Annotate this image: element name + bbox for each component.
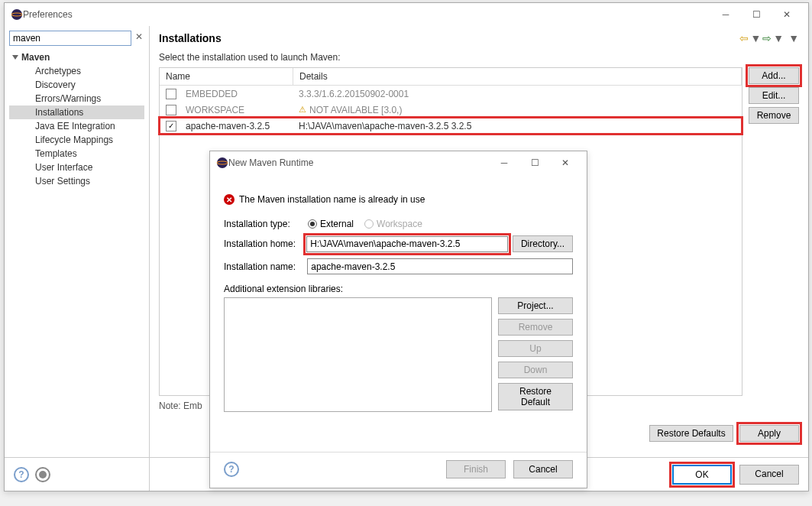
error-message: ✕ The Maven installation name is already… [224,194,573,205]
forward-icon[interactable]: ⇨ [762,32,772,44]
tree-item-templates[interactable]: Templates [9,147,144,161]
tree-item-installations[interactable]: Installations [9,105,144,119]
view-menu-icon[interactable]: ▼ [788,32,799,44]
minimize-button[interactable]: ─ [710,4,741,25]
sidebar: ✕ Maven Archetypes Discovery Errors/Warn… [5,26,150,491]
table-row[interactable]: ✓ apache-maven-3.2.5 H:\JAVA\maven\apach… [160,118,742,134]
tree-item-java-ee[interactable]: Java EE Integration [9,119,144,133]
titlebar: Preferences ─ ☐ ✕ [5,3,808,26]
clear-filter-icon[interactable]: ✕ [133,31,144,45]
finish-button: Finish [446,460,506,478]
name-label: Installation name: [224,261,307,272]
tree-root-maven[interactable]: Maven [9,50,144,64]
project-button[interactable]: Project... [498,297,573,314]
dialog-close-button[interactable]: ✕ [550,152,581,174]
filter-input[interactable] [9,31,131,46]
svg-point-2 [217,157,228,168]
tree-item-errors-warnings[interactable]: Errors/Warnings [9,92,144,105]
directory-button[interactable]: Directory... [513,235,573,252]
import-export-icon[interactable] [35,467,50,482]
apply-button[interactable]: Apply [739,425,799,442]
home-input[interactable] [306,236,508,252]
help-icon[interactable]: ? [14,467,29,482]
back-icon[interactable]: ⇦ [739,32,749,44]
type-label: Installation type: [224,219,308,229]
back-menu-icon[interactable]: ▼ [750,32,761,44]
col-details[interactable]: Details [293,68,742,85]
tree-item-lifecycle[interactable]: Lifecycle Mappings [9,133,144,147]
close-button[interactable]: ✕ [772,4,802,25]
dialog-maximize-button[interactable]: ☐ [519,152,550,174]
nav-history: ⇦ ▼ ⇨ ▼ ▼ [739,32,799,44]
error-icon: ✕ [224,194,235,205]
warning-icon: ⚠ [299,105,306,115]
restore-default-button[interactable]: Restore Default [498,383,573,410]
tree-item-user-interface[interactable]: User Interface [9,161,144,174]
dialog-minimize-button[interactable]: ─ [489,152,519,174]
new-runtime-dialog: New Maven Runtime ─ ☐ ✕ ✕ The Maven inst… [209,151,587,488]
up-button: Up [498,340,573,357]
tree-item-user-settings[interactable]: User Settings [9,174,144,188]
eclipse-icon [216,157,228,169]
dialog-titlebar: New Maven Runtime ─ ☐ ✕ [210,151,587,174]
dialog-help-icon[interactable]: ? [224,462,239,477]
tree-item-discovery[interactable]: Discovery [9,78,144,92]
page-title: Installations [159,32,222,44]
tree-item-archetypes[interactable]: Archetypes [9,64,144,78]
forward-menu-icon[interactable]: ▼ [773,32,784,44]
table-row[interactable]: EMBEDDED 3.3.3/1.6.2.20150902-0001 [160,86,742,102]
cancel-button[interactable]: Cancel [739,465,799,485]
eclipse-icon [11,8,23,21]
radio-external[interactable] [308,219,317,229]
dialog-title: New Maven Runtime [228,157,489,168]
name-input[interactable] [307,258,573,274]
home-label: Installation home: [224,238,306,249]
row-checkbox[interactable]: ✓ [166,121,176,131]
window-title: Preferences [23,9,710,20]
row-checkbox[interactable] [166,89,176,99]
libraries-list[interactable] [224,297,492,412]
maximize-button[interactable]: ☐ [741,4,772,25]
down-button: Down [498,362,573,378]
instruction-text: Select the installation used to launch M… [159,52,799,63]
preference-tree: Maven Archetypes Discovery Errors/Warnin… [9,49,144,190]
lib-remove-button: Remove [498,319,573,336]
ok-button[interactable]: OK [672,465,732,485]
table-row[interactable]: WORKSPACE ⚠NOT AVAILABLE [3.0,) [160,102,742,118]
libs-label: Additional extension libraries: [224,284,573,294]
radio-workspace [364,219,374,229]
dialog-cancel-button[interactable]: Cancel [513,460,573,478]
col-name[interactable]: Name [160,68,293,85]
remove-button[interactable]: Remove [749,107,799,124]
svg-point-0 [11,9,22,20]
edit-button[interactable]: Edit... [749,87,799,104]
row-checkbox[interactable] [166,105,176,115]
restore-defaults-button[interactable]: Restore Defaults [649,425,733,442]
add-button[interactable]: Add... [749,67,799,84]
